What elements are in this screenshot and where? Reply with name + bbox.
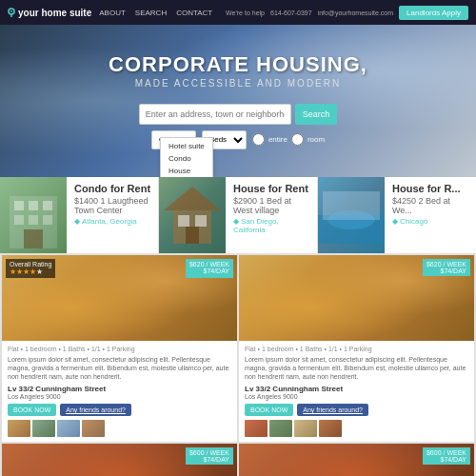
prop-desc-2: Lorem ipsum dolor sit amet, consectetur …: [245, 355, 468, 381]
svg-rect-13: [178, 215, 189, 227]
listing-info-1: Condo for Rent $1400 1 Laugtheed Town Ce…: [67, 177, 158, 253]
prop-thumbnails-1: [8, 420, 231, 437]
prop-address-2: Lv 33/2 Cunningham Street: [245, 385, 468, 393]
listing-location-3: ◆Chicago: [392, 217, 468, 226]
friend-link-1[interactable]: Any friends around?: [60, 404, 131, 416]
radio-group: entire room: [252, 133, 325, 146]
svg-rect-10: [24, 229, 43, 248]
property-card-4: $600 / WEEK $74/DAY Flat • 1 bedroom • 1…: [239, 444, 474, 476]
prop-desc-1: Lorem ipsum dolor sit amet, consectetur …: [8, 355, 231, 381]
spacer-3: [6, 447, 10, 465]
entire-radio[interactable]: [252, 133, 265, 146]
prop-badge-4: $600 / WEEK $74/DAY: [239, 444, 474, 468]
thumb-1-3[interactable]: [57, 420, 80, 437]
listing-location-2: ◆San Diego, California: [233, 217, 309, 234]
brand-text: your home suite: [18, 8, 91, 18]
thumb-2-3[interactable]: [294, 420, 317, 437]
svg-rect-4: [14, 201, 24, 210]
listing-type-2: House for Rent: [233, 183, 309, 194]
search-input[interactable]: [139, 104, 291, 125]
prop-body-1: Flat • 1 bedroom • 1 Baths • 1/1 • 1 Par…: [2, 341, 237, 442]
listing-type-3: House for R...: [392, 183, 468, 194]
nav-right: We're to help 614-607-0397 info@yourhome…: [226, 6, 468, 20]
dropdown-item-3[interactable]: House: [165, 165, 208, 177]
property-card-1: Overall Rating ★★★★★ $620 / WEEK $74/DAY…: [2, 255, 237, 442]
svg-rect-8: [29, 215, 38, 225]
thumb-1-4[interactable]: [82, 420, 105, 437]
book-now-button-2[interactable]: BOOK NOW: [245, 404, 293, 416]
listing-price-2: $2900 1 Bed at West village: [233, 196, 309, 215]
prop-meta-1: Flat • 1 bedroom • 1 Baths • 1/1 • 1 Par…: [8, 346, 231, 352]
listing-card-3[interactable]: House for R... $4250 2 Bed at We... ◆Chi…: [318, 177, 476, 253]
hero-section: CORPORATE HOUSING, MADE ACCESSIBLE AND M…: [0, 25, 476, 177]
prop-header-1: Overall Rating ★★★★★ $620 / WEEK $74/DAY: [2, 255, 237, 341]
nav-contact[interactable]: CONTACT: [176, 9, 212, 17]
svg-rect-15: [186, 227, 199, 244]
search-button[interactable]: Search: [295, 104, 338, 125]
listing-location-1: ◆Atlanta, Georgia: [74, 217, 150, 226]
hero-subtitle: MADE ACCESSIBLE AND MODERN: [135, 78, 341, 89]
listing-info-3: House for R... $4250 2 Bed at We... ◆Chi…: [385, 177, 476, 253]
landlord-button[interactable]: Landlords Apply: [399, 6, 468, 20]
prop-meta-2: Flat • 1 bedroom • 1 Baths • 1/1 • 1 Par…: [245, 346, 468, 352]
prop-address-1: Lv 33/2 Cunningham Street: [8, 385, 231, 393]
logo-icon: [8, 8, 15, 17]
bottom-property-grid: $600 / WEEK $74/DAY Flat • 1 bedroom • 1…: [0, 444, 476, 476]
prop-actions-1: BOOK NOW Any friends around?: [8, 404, 231, 416]
price-badge-2: $620 / WEEK $74/DAY: [423, 259, 470, 276]
search-dropdown[interactable]: Hotel suite Condo House Apartment: [160, 137, 213, 177]
dropdown-item-2[interactable]: Condo: [165, 152, 208, 165]
thumb-2-4[interactable]: [319, 420, 342, 437]
entire-label[interactable]: entire: [268, 135, 288, 144]
spacer-4: [243, 447, 247, 465]
spacer: [243, 259, 247, 276]
hero-title: CORPORATE HOUSING,: [109, 52, 367, 77]
listing-img-2: [159, 177, 226, 253]
thumb-1-1[interactable]: [8, 420, 30, 437]
room-label[interactable]: room: [307, 135, 325, 144]
listing-price-1: $1400 1 Laugtheed Town Center: [74, 196, 150, 215]
thumb-2-1[interactable]: [245, 420, 268, 437]
book-now-button-1[interactable]: BOOK NOW: [8, 404, 56, 416]
room-radio[interactable]: [291, 133, 304, 146]
overall-rating-badge-1: Overall Rating ★★★★★: [6, 259, 55, 278]
nav-about[interactable]: ABOUT: [99, 9, 126, 17]
prop-body-2: Flat • 1 bedroom • 1 Baths • 1/1 • 1 Par…: [239, 341, 474, 442]
svg-point-1: [10, 10, 12, 12]
svg-rect-14: [195, 215, 207, 227]
svg-rect-6: [43, 201, 52, 210]
listing-img-1: [0, 177, 67, 253]
listing-card-2[interactable]: House for Rent $2900 1 Bed at West villa…: [159, 177, 318, 253]
property-card-2: $620 / WEEK $74/DAY Flat • 1 bedroom • 1…: [239, 255, 474, 442]
search-bar: Search: [139, 104, 338, 125]
listing-price-3: $4250 2 Bed at We...: [392, 196, 468, 215]
listing-building-2: [159, 177, 226, 253]
prop-city-1: Los Angeles 9000: [8, 393, 231, 400]
nav-links: ABOUT SEARCH CONTACT: [99, 9, 218, 17]
dropdown-item-1[interactable]: Hotel suite: [165, 140, 208, 152]
phone-number: 614-607-0397: [270, 10, 312, 16]
prop-badge-1: Overall Rating ★★★★★ $620 / WEEK $74/DAY: [2, 255, 237, 282]
listing-img-3: [318, 177, 385, 253]
email: info@yourhomesuite.com: [318, 10, 393, 16]
thumb-2-2[interactable]: [269, 420, 292, 437]
svg-rect-5: [29, 201, 38, 210]
listing-info-2: House for Rent $2900 1 Bed at West villa…: [226, 177, 317, 253]
stars-1: ★★★★★: [10, 268, 51, 276]
price-badge-4: $600 / WEEK $74/DAY: [423, 447, 470, 465]
friend-link-2[interactable]: Any friends around?: [297, 404, 368, 416]
listing-pool: [318, 177, 385, 253]
thumb-1-2[interactable]: [32, 420, 55, 437]
svg-rect-18: [323, 191, 380, 220]
property-card-3: $600 / WEEK $74/DAY Flat • 1 bedroom • 1…: [2, 444, 237, 476]
price-badge-3: $600 / WEEK $74/DAY: [186, 447, 233, 465]
navbar: your home suite ABOUT SEARCH CONTACT We'…: [0, 0, 476, 25]
prop-badge-3: $600 / WEEK $74/DAY: [2, 444, 237, 468]
prop-badge-2: $620 / WEEK $74/DAY: [239, 255, 474, 280]
listings-strip: Condo for Rent $1400 1 Laugtheed Town Ce…: [0, 177, 476, 253]
listing-type-1: Condo for Rent: [74, 183, 150, 194]
svg-marker-11: [164, 187, 221, 210]
nav-search[interactable]: SEARCH: [135, 9, 167, 17]
svg-rect-9: [43, 215, 52, 225]
listing-card-1[interactable]: Condo for Rent $1400 1 Laugtheed Town Ce…: [0, 177, 159, 253]
